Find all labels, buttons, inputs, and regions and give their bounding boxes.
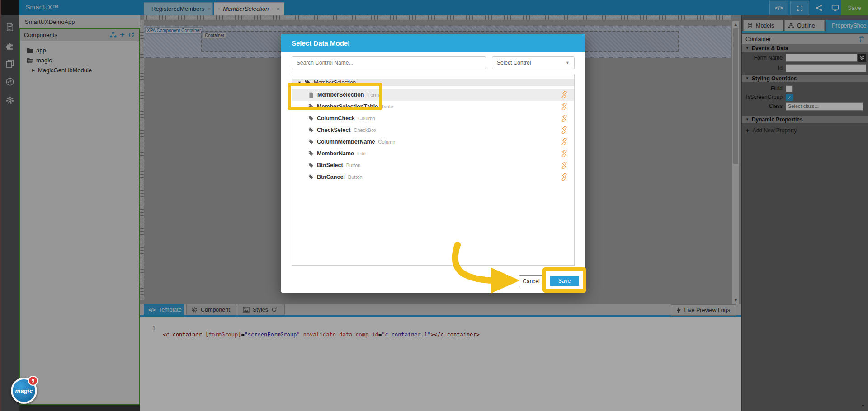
tag-icon <box>308 174 314 180</box>
list-item-membername[interactable]: MemberName Edit <box>292 148 574 159</box>
notification-badge: 9 <box>28 376 38 386</box>
list-item-checkselect[interactable]: CheckSelect CheckBox <box>292 124 574 136</box>
unlink-icon[interactable] <box>561 115 568 122</box>
cancel-button[interactable]: Cancel <box>519 275 544 287</box>
tag-icon <box>308 116 314 121</box>
unlink-icon[interactable] <box>561 150 568 157</box>
tag-icon <box>308 163 314 168</box>
annotation-highlight-save <box>542 267 586 293</box>
list-item-columncheck[interactable]: ColumnCheck Column <box>292 112 574 124</box>
unlink-icon[interactable] <box>561 103 568 110</box>
unlink-icon[interactable] <box>561 138 568 145</box>
unlink-icon[interactable] <box>561 173 568 181</box>
dialog-title: Select Data Model <box>292 39 349 47</box>
unlink-icon[interactable] <box>561 91 568 98</box>
search-control-input[interactable] <box>292 56 486 69</box>
logo-text: magic <box>15 388 33 394</box>
list-item-btncancel[interactable]: BtnCancel Button <box>292 171 574 183</box>
dialog-title-bar: Select Data Model <box>281 34 585 52</box>
dropdown-value: Select Control <box>497 60 531 66</box>
select-data-model-dialog: Select Data Model Select Control ▼ ▼ Mem… <box>281 34 585 293</box>
annotation-highlight-form-row <box>288 83 382 110</box>
select-control-dropdown[interactable]: Select Control ▼ <box>492 56 575 69</box>
tag-icon <box>308 127 314 133</box>
tag-icon <box>308 151 314 156</box>
smartux-designer-screen: SmartUX™ RegisteredMembers × MemberSelec… <box>0 0 868 411</box>
unlink-icon[interactable] <box>561 126 568 134</box>
chevron-down-icon: ▼ <box>566 61 570 65</box>
tag-icon <box>308 139 314 145</box>
unlink-icon[interactable] <box>561 162 568 169</box>
magic-assistant-widget[interactable]: magic 9 <box>11 378 37 404</box>
list-item-btnselect[interactable]: BtnSelect Button <box>292 159 574 171</box>
list-item-columnmembername[interactable]: ColumnMemberName Column <box>292 136 574 148</box>
